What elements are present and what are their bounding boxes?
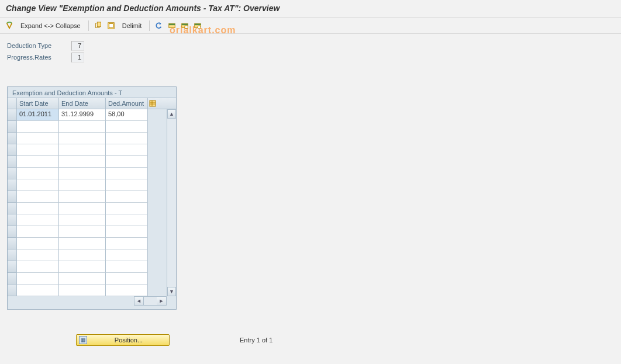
content-area: Deduction Type 7 Progress.Rates 1 Exempt… [0,34,621,316]
cell-start-date[interactable]: 01.01.2011 [17,109,59,121]
cell-ded-amount[interactable] [106,214,148,226]
scroll-left-icon[interactable]: ◄ [134,297,144,305]
hscroll-track[interactable] [144,297,157,305]
table-settings-icon[interactable] [179,20,191,32]
table-title: Exemption and Deduction Amounts - T [8,87,176,98]
toggle-icon[interactable] [4,20,15,32]
cell-start-date[interactable] [17,168,59,179]
cell-ded-amount[interactable] [106,121,148,133]
scroll-up-icon[interactable]: ▲ [167,109,176,119]
expand-collapse-button[interactable]: Expand <-> Collapse [16,20,85,32]
row-selector[interactable] [8,238,17,249]
cell-ded-amount[interactable] [106,168,148,179]
cell-ded-amount[interactable] [106,191,148,203]
application-toolbar: Expand <-> Collapse Delimit [0,18,621,34]
table-view-icon[interactable] [192,20,203,32]
cell-end-date[interactable] [59,249,106,261]
row-selector[interactable] [8,144,17,156]
table-row [8,249,167,261]
cell-start-date[interactable] [17,179,59,191]
position-button[interactable]: ▦ Position... [76,334,170,346]
row-selector[interactable] [8,203,17,214]
table-config-icon[interactable] [148,98,157,109]
cell-start-date[interactable] [17,121,59,133]
cell-end-date[interactable] [59,144,106,156]
cell-end-date[interactable] [59,285,106,296]
cell-ded-amount[interactable] [106,285,148,296]
cell-end-date[interactable] [59,238,106,249]
cell-ded-amount[interactable] [106,261,148,273]
column-header-end-date[interactable]: End Date [59,98,106,109]
scroll-right-icon[interactable]: ► [157,297,166,305]
row-selector[interactable] [8,179,17,191]
cell-ded-amount[interactable] [106,133,148,144]
cell-ded-amount[interactable] [106,156,148,168]
table-body: 01.01.201131.12.999958,00 [8,109,167,296]
table-row [8,121,167,133]
cell-start-date[interactable] [17,191,59,203]
cell-ded-amount[interactable] [106,203,148,214]
cell-end-date[interactable] [59,133,106,144]
cell-end-date[interactable] [59,179,106,191]
cell-start-date[interactable] [17,214,59,226]
save-row-icon[interactable] [166,20,178,32]
position-button-label: Position... [91,337,167,344]
cell-ded-amount[interactable] [106,144,148,156]
cell-start-date[interactable] [17,249,59,261]
table-row [8,238,167,249]
scroll-track[interactable] [167,119,176,287]
cell-ded-amount[interactable]: 58,00 [106,109,148,121]
cell-start-date[interactable] [17,156,59,168]
cell-end-date[interactable] [59,191,106,203]
cell-ded-amount[interactable] [106,273,148,285]
cell-end-date[interactable] [59,156,106,168]
row-selector[interactable] [8,109,17,121]
progress-rates-field[interactable]: 1 [71,53,84,63]
cell-end-date[interactable] [59,121,106,133]
cell-end-date[interactable]: 31.12.9999 [59,109,106,121]
cell-start-date[interactable] [17,273,59,285]
cell-ded-amount[interactable] [106,226,148,238]
table-row [8,133,167,144]
position-icon: ▦ [79,336,87,344]
vertical-scrollbar[interactable]: ▲ ▼ [167,109,176,296]
cell-start-date[interactable] [17,203,59,214]
cell-ded-amount[interactable] [106,179,148,191]
delimit-button[interactable]: Delimit [118,20,146,32]
cell-end-date[interactable] [59,261,106,273]
cell-ded-amount[interactable] [106,238,148,249]
cell-start-date[interactable] [17,144,59,156]
cell-end-date[interactable] [59,273,106,285]
row-selector[interactable] [8,273,17,285]
select-all-icon[interactable] [105,20,117,32]
row-selector[interactable] [8,249,17,261]
cell-start-date[interactable] [17,238,59,249]
row-selector[interactable] [8,168,17,179]
cell-start-date[interactable] [17,261,59,273]
row-selector[interactable] [8,191,17,203]
cell-end-date[interactable] [59,226,106,238]
row-selector[interactable] [8,156,17,168]
cell-start-date[interactable] [17,285,59,296]
cell-end-date[interactable] [59,203,106,214]
row-selector[interactable] [8,261,17,273]
column-header-start-date[interactable]: Start Date [17,98,59,109]
cell-end-date[interactable] [59,214,106,226]
row-selector[interactable] [8,285,17,296]
column-header-ded-amount[interactable]: Ded.Amount [106,98,148,109]
deduction-type-field[interactable]: 7 [71,41,84,51]
table-row [8,203,167,214]
cell-start-date[interactable] [17,133,59,144]
cell-end-date[interactable] [59,168,106,179]
row-selector[interactable] [8,214,17,226]
horizontal-scrollbar[interactable]: ◄ ► [8,296,176,306]
undo-icon[interactable] [153,20,165,32]
cell-ded-amount[interactable] [106,249,148,261]
cell-start-date[interactable] [17,226,59,238]
row-selector[interactable] [8,121,17,133]
row-selector[interactable] [8,133,17,144]
row-selector[interactable] [8,226,17,238]
scroll-down-icon[interactable]: ▼ [167,287,176,296]
copy-icon[interactable] [92,20,104,32]
row-selector-header[interactable] [8,98,17,109]
